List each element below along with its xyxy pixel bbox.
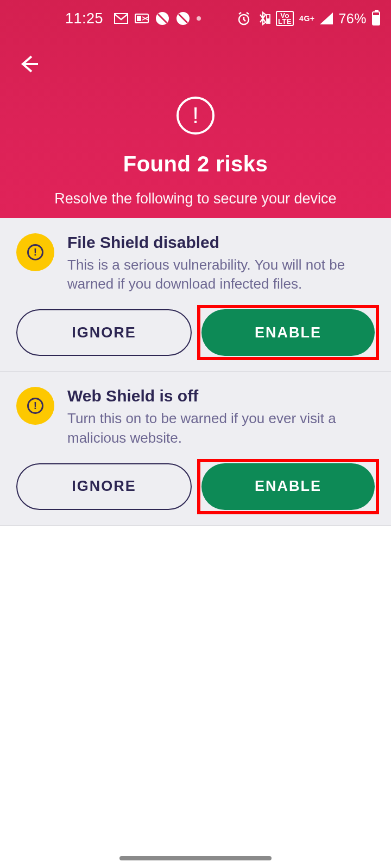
battery-icon	[372, 11, 380, 25]
warning-badge-icon: !	[16, 233, 54, 271]
warning-badge-icon: !	[16, 387, 54, 425]
risk-title: File Shield disabled	[67, 233, 375, 252]
outlook-icon	[135, 11, 149, 25]
ignore-button[interactable]: IGNORE	[16, 309, 192, 356]
battery-percent: 76%	[338, 11, 367, 27]
risk-card-file-shield: ! File Shield disabled This is a serious…	[0, 218, 391, 372]
exclamation-icon: !	[192, 104, 199, 127]
more-notifications-dot	[197, 16, 201, 21]
enable-button[interactable]: ENABLE	[201, 309, 375, 356]
status-bar-right: Vo LTE 4G+ 76%	[237, 11, 380, 27]
home-indicator[interactable]	[119, 856, 272, 860]
alarm-icon	[237, 11, 251, 25]
svg-rect-6	[267, 18, 269, 23]
notification-muted-icon	[155, 11, 169, 25]
svg-rect-1	[137, 16, 141, 21]
gmail-icon	[114, 11, 128, 25]
alert-icon: !	[176, 97, 215, 135]
risk-description: This is a serious vulnerability. You wil…	[67, 256, 375, 295]
status-time: 11:25	[65, 10, 103, 27]
alert-header: 11:25 Vo LTE 4G+ 76%	[0, 0, 391, 218]
risk-description: Turn this on to be warned if you ever vi…	[67, 409, 375, 448]
page-title: Found 2 risks	[0, 152, 391, 176]
network-type-label: 4G+	[299, 15, 314, 22]
notification-muted-icon-2	[176, 11, 190, 25]
status-bar: 11:25 Vo LTE 4G+ 76%	[0, 0, 391, 37]
enable-button[interactable]: ENABLE	[201, 463, 375, 510]
bluetooth-battery-icon	[256, 11, 270, 25]
volte-icon: Vo LTE	[276, 11, 294, 26]
ignore-button[interactable]: IGNORE	[16, 463, 192, 510]
exclamation-circle-icon: !	[27, 244, 43, 260]
risk-card-web-shield: ! Web Shield is off Turn this on to be w…	[0, 372, 391, 525]
risk-list: ! File Shield disabled This is a serious…	[0, 218, 391, 526]
status-bar-left: 11:25	[65, 10, 201, 27]
back-button[interactable]	[17, 52, 41, 76]
page-subtitle: Resolve the following to secure your dev…	[0, 190, 391, 207]
risk-title: Web Shield is off	[67, 387, 375, 406]
exclamation-circle-icon: !	[27, 398, 43, 414]
enable-button-highlight: ENABLE	[201, 309, 375, 356]
enable-button-highlight: ENABLE	[201, 463, 375, 510]
signal-icon	[320, 12, 333, 24]
